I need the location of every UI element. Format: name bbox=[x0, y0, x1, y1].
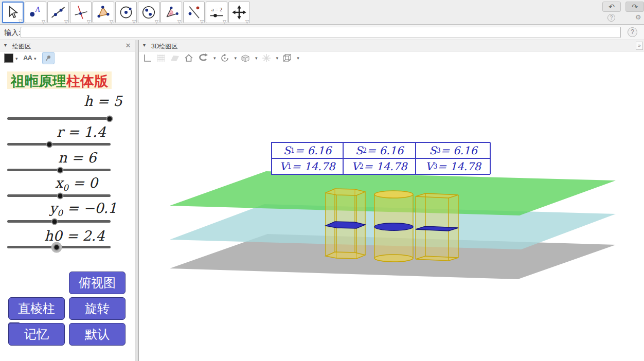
angle-tool[interactable]: a ▽ bbox=[160, 2, 182, 23]
home-icon[interactable] bbox=[184, 53, 194, 63]
help-icon[interactable]: ? bbox=[607, 14, 615, 22]
panel-menu-icon[interactable]: » bbox=[636, 42, 643, 50]
dropdown-arrow-icon[interactable]: ▾ bbox=[255, 56, 258, 61]
font-dropdown-icon[interactable]: ▾ bbox=[34, 56, 37, 61]
tool-dropdown-arrow[interactable]: ▽ bbox=[19, 19, 22, 24]
collapse-arrow-icon[interactable]: ▾ bbox=[143, 42, 146, 48]
slider-r-handle[interactable] bbox=[46, 141, 53, 148]
slider-y0[interactable] bbox=[7, 220, 111, 223]
tool-dropdown-arrow[interactable]: ▽ bbox=[200, 19, 204, 24]
table-cell-s2: S2 = 6.16 bbox=[343, 142, 416, 158]
slider-n[interactable] bbox=[7, 169, 111, 171]
dropdown-arrow-icon[interactable]: ▾ bbox=[213, 56, 216, 61]
default-button[interactable]: 默认 bbox=[69, 323, 126, 346]
dropdown-arrow-icon[interactable]: ▾ bbox=[297, 56, 299, 61]
cursor-icon bbox=[5, 5, 21, 20]
graphics-panel-header: ▾ 绘图区 ✕ bbox=[0, 40, 135, 51]
table-cell-v2: V2 = 14.78 bbox=[343, 158, 416, 174]
slider-h0[interactable] bbox=[7, 246, 111, 248]
polygon-tool[interactable]: ▽ bbox=[93, 2, 114, 23]
tool-dropdown-arrow[interactable]: ▽ bbox=[155, 19, 158, 24]
font-size-button[interactable]: AA bbox=[23, 54, 32, 62]
slider-r[interactable] bbox=[7, 143, 111, 146]
table-cell-v1: V1 = 14.78 bbox=[272, 158, 343, 174]
hexagonal-prism[interactable] bbox=[326, 189, 365, 259]
memory-button[interactable]: 记忆 bbox=[8, 323, 65, 346]
pin-button[interactable] bbox=[42, 52, 55, 64]
worksheet-title[interactable]: 祖暅原理柱体版 bbox=[7, 71, 112, 89]
title-part-green: 祖暅原理 bbox=[11, 73, 66, 89]
rotate-animation-icon[interactable] bbox=[220, 53, 230, 63]
dropdown-arrow-icon[interactable]: ▾ bbox=[235, 56, 237, 61]
graphics3d-panel-header: ▾ 3D绘图区 » bbox=[139, 40, 644, 51]
slider-h[interactable] bbox=[7, 117, 111, 120]
tool-dropdown-arrow[interactable]: ▽ bbox=[132, 19, 136, 24]
reflect-line-icon bbox=[186, 5, 202, 20]
perpendicular-line-tool[interactable]: ▽ bbox=[70, 2, 92, 23]
slider-icon: a = 2 bbox=[209, 5, 224, 20]
tool-dropdown-arrow[interactable]: ▽ bbox=[245, 19, 249, 24]
table-cell-s1: S1 = 6.16 bbox=[272, 142, 343, 158]
slider-tool[interactable]: a = 2 ▽ bbox=[206, 2, 227, 23]
title-part-red: 柱体版 bbox=[66, 73, 108, 89]
dropdown-arrow-icon[interactable]: ▾ bbox=[276, 56, 279, 61]
main-toolbar: ▽ A ▽ ▽ ▽ ▽ ▽ bbox=[0, 0, 644, 25]
areas-volumes-table[interactable]: S1 = 6.16 S2 = 6.16 S3 = 6.16 V1 = 14.78… bbox=[271, 142, 490, 175]
slider-y0-label: y0 = −0.1 bbox=[49, 200, 117, 218]
graphics3d-panel-title: 3D绘图区 bbox=[151, 42, 177, 51]
reflection-tool[interactable]: ▽ bbox=[183, 2, 205, 23]
color-swatch[interactable] bbox=[4, 53, 13, 63]
slider-x0[interactable] bbox=[7, 194, 111, 197]
swatch-dropdown-icon[interactable]: ▾ bbox=[15, 56, 18, 61]
algebra-input[interactable] bbox=[21, 27, 621, 38]
move-tool[interactable]: ▽ bbox=[2, 2, 24, 23]
rotate-button[interactable]: 旋转 bbox=[69, 297, 126, 320]
tool-dropdown-arrow[interactable]: ▽ bbox=[177, 19, 181, 24]
table-cell-v3: V3 = 14.78 bbox=[416, 158, 491, 174]
slider-r-label: r = 1.4 bbox=[57, 124, 106, 142]
top-view-button[interactable]: 俯视图 bbox=[69, 272, 126, 294]
clipping-icon[interactable] bbox=[261, 53, 272, 63]
tool-dropdown-arrow[interactable]: ▽ bbox=[42, 19, 45, 24]
slider-n-handle[interactable] bbox=[57, 167, 63, 173]
undo-button[interactable]: ↶ bbox=[602, 2, 621, 12]
conic-tool[interactable]: ▽ bbox=[138, 2, 159, 23]
slider-h-handle[interactable] bbox=[106, 115, 113, 122]
translate-view-tool[interactable]: ▽ bbox=[228, 2, 250, 23]
rectangular-prism[interactable] bbox=[416, 193, 458, 261]
settings-gear-icon[interactable]: ⚙ bbox=[634, 14, 642, 22]
cylinder[interactable] bbox=[374, 191, 413, 262]
pin-icon bbox=[45, 55, 52, 62]
circle-tool[interactable]: ▽ bbox=[115, 2, 137, 23]
point-tool[interactable]: A ▽ bbox=[25, 2, 46, 23]
svg-text:a = 2: a = 2 bbox=[211, 7, 222, 12]
line-tool[interactable]: ▽ bbox=[47, 2, 69, 23]
slider-h0-label: h0 = 2.4 bbox=[44, 228, 104, 246]
tool-dropdown-arrow[interactable]: ▽ bbox=[64, 19, 68, 24]
redo-button[interactable]: ↷ bbox=[625, 2, 644, 12]
input-help-icon[interactable]: ? bbox=[628, 27, 637, 37]
collapse-arrow-icon[interactable]: ▾ bbox=[4, 42, 7, 48]
slider-h0-handle[interactable] bbox=[53, 244, 60, 250]
rotate-view-icon[interactable] bbox=[198, 53, 209, 63]
slider-x0-handle[interactable] bbox=[57, 192, 63, 199]
tool-dropdown-arrow[interactable]: ▽ bbox=[223, 19, 226, 24]
panel-divider[interactable] bbox=[135, 40, 139, 361]
axes-icon[interactable] bbox=[142, 53, 152, 63]
clipping-box-icon[interactable] bbox=[282, 53, 292, 63]
point-icon: A bbox=[28, 5, 43, 20]
svg-text:A: A bbox=[35, 6, 40, 13]
grid-icon[interactable] bbox=[156, 53, 166, 63]
right-prism-button[interactable]: 直棱柱 bbox=[8, 297, 65, 320]
scene-3d-canvas[interactable] bbox=[139, 65, 644, 361]
circle-icon bbox=[118, 5, 134, 20]
tool-dropdown-arrow[interactable]: ▽ bbox=[110, 19, 113, 24]
input-bar: 输入: ? bbox=[0, 25, 644, 40]
tool-dropdown-arrow[interactable]: ▽ bbox=[87, 19, 91, 24]
slider-y0-handle[interactable] bbox=[51, 218, 58, 225]
close-panel-icon[interactable]: ✕ bbox=[124, 42, 132, 50]
ellipse-cross-section bbox=[374, 223, 413, 230]
graphics-style-bar: ▾ AA ▾ bbox=[0, 51, 135, 65]
plane-icon[interactable] bbox=[170, 53, 180, 63]
view-direction-icon[interactable] bbox=[240, 53, 251, 63]
